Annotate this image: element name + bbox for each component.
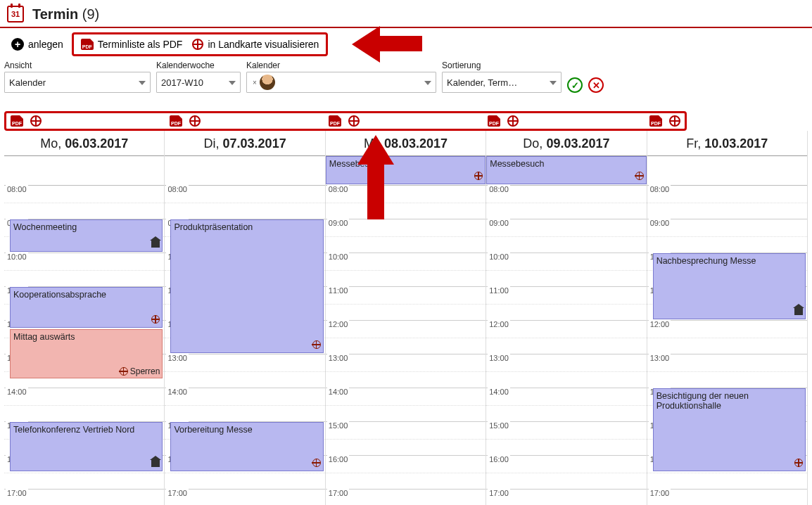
hour-label: 09:00 xyxy=(488,219,510,227)
dow: Do, xyxy=(523,136,543,151)
reset-filter-button[interactable]: ✕ xyxy=(588,77,604,93)
hour-label: 17:00 xyxy=(166,489,189,497)
event-telefonkonferenz[interactable]: Telefonkonferenz Vertrieb Nord xyxy=(10,422,163,471)
hour-label: 14:00 xyxy=(327,388,350,396)
sort-select[interactable]: Kalender, Term… xyxy=(442,72,562,93)
event-title: Telefonkonferenz Vertrieb Nord xyxy=(13,425,134,435)
visualize-map-button[interactable]: in Landkarte visualisieren xyxy=(188,36,323,53)
day-col-fri: Fr, 10.03.2017 08:00 09:00 10:00 11:00 1… xyxy=(647,131,808,505)
event-messebesuch-wed[interactable]: Messebesuch xyxy=(326,156,486,184)
event-kooperationsabsprache[interactable]: Kooperationsabsprache xyxy=(10,287,163,328)
hour-label: 13:00 xyxy=(166,354,189,362)
create-button[interactable]: + anlegen xyxy=(7,35,68,53)
globe-icon[interactable] xyxy=(189,115,201,127)
day-header-tue: Di, 07.03.2017 xyxy=(165,131,324,156)
dow: Di, xyxy=(204,136,220,151)
hour-label: 15:00 xyxy=(327,421,350,430)
day-action-strip: PDF PDF PDF PDF PDF xyxy=(4,111,687,131)
home-icon xyxy=(151,241,160,248)
chip-remove-icon[interactable]: × xyxy=(253,79,257,87)
filter-ansicht: Ansicht Kalender xyxy=(4,60,151,93)
event-nachbesprechung[interactable]: Nachbesprechung Messe xyxy=(653,253,806,319)
hour-label: 08:00 xyxy=(6,185,28,193)
hour-label: 11:00 xyxy=(327,286,350,295)
kalender-select[interactable]: × xyxy=(246,72,436,93)
page-title: Termin (9) xyxy=(32,6,99,23)
pdf-icon[interactable]: PDF xyxy=(11,115,23,127)
hour-label: 14:00 xyxy=(488,388,510,396)
pdf-icon[interactable]: PDF xyxy=(649,115,662,127)
hour-label: 10:00 xyxy=(6,252,28,261)
annotation-arrow-left xyxy=(352,24,422,59)
event-produktpraesentation[interactable]: Produktpräsentation xyxy=(170,219,323,353)
create-label: anlegen xyxy=(28,39,63,50)
home-icon xyxy=(151,460,160,467)
apply-filter-button[interactable]: ✓ xyxy=(567,77,583,93)
event-title: Kooperationsabsprache xyxy=(13,290,106,300)
title-count: (9) xyxy=(82,6,99,22)
date: 09.03.2017 xyxy=(546,136,609,151)
globe-icon[interactable] xyxy=(348,115,360,127)
hours-fri[interactable]: 08:00 09:00 10:00 11:00 12:00 13:00 14:0… xyxy=(647,186,807,505)
event-wochenmeeting[interactable]: Wochenmeeting xyxy=(10,219,163,252)
calendar-icon: 31 xyxy=(7,6,24,23)
allday-fri[interactable] xyxy=(647,156,807,186)
allday-tue[interactable] xyxy=(165,156,324,186)
globe-icon xyxy=(794,459,803,467)
day-actions-wed: PDF xyxy=(324,113,483,129)
filter-kalender: Kalender × xyxy=(246,60,436,93)
hour-label: 12:00 xyxy=(649,320,671,328)
hour-label: 08:00 xyxy=(327,185,350,193)
hour-label: 17:00 xyxy=(6,489,28,497)
event-vorbereitung-messe[interactable]: Vorbereitung Messe xyxy=(170,422,323,471)
hours-thu[interactable]: 08:00 09:00 10:00 11:00 12:00 13:00 14:0… xyxy=(486,186,646,505)
event-title: Messebesuch xyxy=(490,159,544,169)
hour-label: 12:00 xyxy=(327,320,350,328)
avatar xyxy=(260,75,275,90)
pdf-icon[interactable]: PDF xyxy=(170,115,182,127)
day-header-mon: Mo, 06.03.2017 xyxy=(4,131,164,156)
hour-label: 08:00 xyxy=(488,185,510,193)
globe-icon xyxy=(474,172,483,180)
hour-label: 13:00 xyxy=(649,354,671,362)
hours-tue[interactable]: 08:00 09:00 10:00 11:00 12:00 13:00 14:0… xyxy=(165,186,324,505)
export-pdf-button[interactable]: PDF Terminliste als PDF xyxy=(77,36,187,53)
plus-icon: + xyxy=(11,38,24,51)
globe-icon[interactable] xyxy=(507,115,519,127)
filter-kalender-label: Kalender xyxy=(246,60,436,70)
event-mittag-auswaerts[interactable]: Mittag auswärtsSperren xyxy=(10,329,163,378)
sort-value: Kalender, Term… xyxy=(447,77,517,88)
dow: Fr, xyxy=(686,136,701,151)
event-lock: Sperren xyxy=(120,366,160,376)
visualize-map-label: in Landkarte visualisieren xyxy=(208,39,319,50)
filter-bar: Ansicht Kalender Kalenderwoche 2017-W10 … xyxy=(0,59,812,97)
ansicht-select[interactable]: Kalender xyxy=(4,72,151,93)
allday-wed[interactable]: Messebesuch xyxy=(326,156,486,186)
home-icon xyxy=(794,308,803,315)
pdf-icon[interactable]: PDF xyxy=(488,115,500,127)
allday-mon[interactable] xyxy=(4,156,164,186)
hour-label: 13:00 xyxy=(488,354,510,362)
globe-icon xyxy=(312,340,321,349)
hours-wed[interactable]: 08:00 09:00 10:00 11:00 12:00 13:00 14:0… xyxy=(326,186,486,505)
event-besichtigung[interactable]: Besichtigung der neuen Produktionshalle xyxy=(653,388,806,471)
day-col-thu: Do, 09.03.2017 Messebesuch 08:00 09:00 1… xyxy=(486,131,647,505)
hour-label: 09:00 xyxy=(649,219,671,227)
globe-icon[interactable] xyxy=(30,115,42,127)
title-text: Termin xyxy=(32,6,78,22)
pdf-icon[interactable]: PDF xyxy=(329,115,341,127)
event-messebesuch-thu[interactable]: Messebesuch xyxy=(486,156,646,184)
hour-label: 08:00 xyxy=(649,185,671,193)
hour-label: 10:00 xyxy=(488,252,510,261)
allday-thu[interactable]: Messebesuch xyxy=(486,156,646,186)
day-col-wed: Mi, 08.03.2017 Messebesuch 08:00 09:00 1… xyxy=(326,131,486,505)
event-title: Produktpräsentation xyxy=(174,222,253,232)
hour-label: 17:00 xyxy=(488,489,510,497)
day-col-mon: Mo, 06.03.2017 08:00 09:00 10:00 11:00 1… xyxy=(4,131,165,505)
globe-icon[interactable] xyxy=(669,115,680,127)
woche-value: 2017-W10 xyxy=(161,77,203,88)
date: 07.03.2017 xyxy=(223,136,286,151)
hours-mon[interactable]: 08:00 09:00 10:00 11:00 12:00 13:00 14:0… xyxy=(4,186,164,505)
woche-select[interactable]: 2017-W10 xyxy=(156,72,241,93)
globe-icon xyxy=(635,172,644,180)
